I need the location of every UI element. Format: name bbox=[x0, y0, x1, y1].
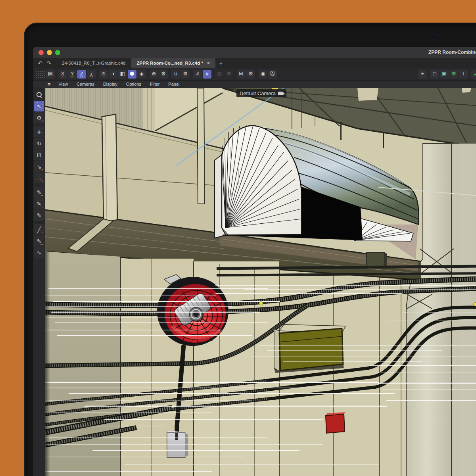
tab-1-label: 24-50418_R0_T...t-Graphic.c4d bbox=[62, 61, 125, 65]
main-toolbar: ▤ X Y Z• Y ⊙ ◑ ◧ ⬢ ◈ ⊕ ⚙ ∪ ⚙ bbox=[33, 68, 476, 81]
tab-bar: ↶ ↷ 24-50418_R0_T...t-Graphic.c4d ZPPR R… bbox=[33, 58, 476, 68]
close-window-button[interactable] bbox=[38, 50, 44, 55]
tab-2-label: ZPPR Room-Co...ned_R3.c4d * bbox=[136, 61, 203, 65]
new-tab-button[interactable]: + bbox=[215, 58, 226, 68]
window-controls bbox=[38, 50, 60, 55]
minimize-window-button[interactable] bbox=[47, 50, 52, 55]
gizmo-icon[interactable]: ⊕ bbox=[150, 70, 158, 79]
vertex-dot bbox=[474, 303, 476, 306]
coordinates-tool-icon[interactable]: ⌖ bbox=[418, 70, 427, 79]
titlebar: ZPPR Room-Combined_R3.c4d * - Main bbox=[33, 47, 476, 58]
menu-view[interactable]: View bbox=[54, 82, 73, 86]
freehand-spline-tool-button[interactable]: ∿ bbox=[34, 247, 44, 258]
camera-icon bbox=[278, 92, 283, 95]
object-mode-icon[interactable]: ◈ bbox=[137, 70, 146, 79]
menu-hamburger-icon[interactable]: ≡ bbox=[48, 81, 51, 87]
auto-mode-hex-icon[interactable]: Ⓐ bbox=[268, 70, 277, 79]
volume-blob-icon[interactable]: ☁ bbox=[471, 70, 476, 79]
snap-settings-gear-icon[interactable]: ⚙ bbox=[181, 70, 190, 79]
polygons-mode-icon[interactable]: ◧ bbox=[118, 70, 127, 79]
gizmo-settings-gear-icon[interactable]: ⚙ bbox=[159, 70, 168, 79]
symmetry-icon[interactable]: ⋈ bbox=[237, 70, 246, 79]
undo-icon[interactable]: ↶ bbox=[36, 58, 44, 68]
zoom-window-button[interactable] bbox=[55, 50, 60, 55]
search-tool-button[interactable] bbox=[34, 89, 44, 100]
tool-sidebar: ↖ ⚙◂ + ↻ ⊡ ↘+ ∴+ ✎•• ✎▪ ✎∴ ╱∘ ✎— ∿ bbox=[33, 88, 45, 476]
sketch-tool-button[interactable]: ✎▪ bbox=[34, 198, 44, 209]
scene-render bbox=[45, 88, 476, 476]
grid-lock-icon[interactable]: #• bbox=[203, 70, 211, 79]
menu-display[interactable]: Display bbox=[99, 82, 122, 86]
menu-panel[interactable]: Panel bbox=[164, 82, 184, 86]
rotate-tool-button[interactable]: ↻ bbox=[34, 138, 44, 149]
webcam bbox=[432, 35, 436, 39]
laptop-body: ZPPR Room-Combined_R3.c4d * - Main ↶ ↷ 2… bbox=[24, 23, 476, 476]
search-icon bbox=[36, 92, 42, 98]
screen: ZPPR Room-Combined_R3.c4d * - Main ↶ ↷ 2… bbox=[33, 47, 476, 476]
spline-square-icon[interactable]: □ bbox=[430, 70, 439, 79]
viewport-menubar: ≡ View Cameras Display Options Filter Pa… bbox=[33, 81, 476, 88]
coordinate-tree-icon[interactable]: Y bbox=[87, 70, 96, 79]
spline-smooth-tool-button[interactable]: ✎∴ bbox=[34, 210, 44, 221]
viewport-3d[interactable]: Default Camera bbox=[45, 88, 476, 476]
axis-z-lock-toggle[interactable]: Z• bbox=[77, 70, 86, 79]
target-settings-gear-icon: ⚙ bbox=[225, 70, 233, 79]
snap-magnet-icon[interactable]: ∪ bbox=[171, 70, 180, 79]
line-cut-tool-button[interactable]: ✎— bbox=[34, 236, 44, 246]
wall-junction-box bbox=[367, 252, 387, 267]
knife-tool-button[interactable]: ╱∘ bbox=[34, 224, 44, 235]
live-selection-tool-button[interactable]: ↖ bbox=[34, 101, 44, 111]
camera-name-overlay[interactable]: Default Camera bbox=[236, 89, 286, 97]
text-tool-icon[interactable]: T bbox=[459, 70, 468, 79]
grid-icon[interactable]: # bbox=[193, 70, 202, 79]
window-title: ZPPR Room-Combined_R3.c4d * - Main bbox=[428, 50, 476, 55]
edges-mode-icon[interactable]: ◑ bbox=[109, 70, 117, 79]
axis-x-toggle[interactable]: X bbox=[58, 70, 67, 79]
cube-primitive-icon[interactable]: ▣ bbox=[440, 70, 449, 79]
tab-document-2[interactable]: ZPPR Room-Co...ned_R3.c4d * × bbox=[131, 58, 215, 68]
red-wall-box bbox=[326, 412, 345, 433]
points-mode-icon[interactable]: ⊙ bbox=[99, 70, 108, 79]
symmetry-settings-gear-icon[interactable]: ⚙ bbox=[246, 70, 255, 79]
menu-filter[interactable]: Filter bbox=[146, 82, 164, 86]
menu-cameras[interactable]: Cameras bbox=[72, 82, 99, 86]
scale-tool-button[interactable]: ⊡ bbox=[34, 150, 44, 160]
move-tool-button[interactable]: + bbox=[34, 127, 44, 137]
generator-gear-icon[interactable]: ⚙ bbox=[449, 70, 458, 79]
object-manager-icon[interactable]: ▤ bbox=[46, 70, 55, 79]
menu-options[interactable]: Options bbox=[122, 82, 146, 86]
model-mode-icon[interactable]: ⬢ bbox=[128, 70, 136, 79]
blob-transform-tool-button[interactable]: ∴+ bbox=[34, 173, 44, 183]
vertex-dot bbox=[259, 302, 263, 305]
tab-document-1[interactable]: 24-50418_R0_T...t-Graphic.c4d bbox=[56, 58, 131, 68]
visibility-hex-icon[interactable]: ◉ bbox=[259, 70, 267, 79]
toolbar-drag-handle[interactable] bbox=[35, 71, 45, 78]
transform-tool-button[interactable]: ↘+ bbox=[34, 161, 44, 172]
axis-y-toggle[interactable]: Y bbox=[68, 70, 77, 79]
tweak-tool-button[interactable]: ⚙◂ bbox=[34, 112, 44, 123]
spline-pen-tool-button[interactable]: ✎•• bbox=[34, 187, 44, 198]
tab-close-icon[interactable]: × bbox=[207, 60, 210, 66]
target-icon: ◎ bbox=[215, 70, 224, 79]
camera-name-label: Default Camera bbox=[240, 90, 276, 96]
redo-icon[interactable]: ↷ bbox=[44, 58, 53, 68]
